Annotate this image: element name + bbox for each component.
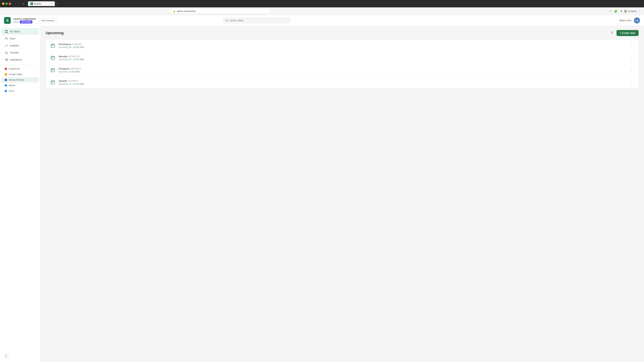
org-name: Lauren's organization [14, 17, 36, 20]
avatar[interactable]: LD [634, 17, 640, 23]
sidebar-item-zoom[interactable]: Zoom [1, 88, 39, 93]
grid-icon [5, 30, 8, 33]
search-icon: 🔍 [226, 19, 228, 22]
event-calendar-icon-2 [50, 55, 56, 61]
browser-chrome: ‹ › ↻ S Events ✕ + [0, 0, 644, 7]
svg-rect-29 [52, 70, 52, 71]
whats-new-link[interactable]: What's new [619, 19, 631, 22]
search-bar: 🔍 [223, 17, 290, 23]
app-header: S Lauren's organization Owner UPGRADE Ne… [0, 15, 644, 26]
main-layout: My Slidos Team Analytics [0, 26, 644, 362]
app-container: S Lauren's organization Owner UPGRADE Ne… [0, 15, 644, 362]
logo: S [4, 17, 11, 24]
sidebar-item-tutorials[interactable]: Tutorials [1, 49, 39, 56]
bookmark-button[interactable]: ☆ [608, 9, 612, 13]
event-date-1: Upcoming: 10 – 13 Oct 2024 [58, 46, 626, 48]
header-actions: + Create slido [610, 30, 639, 36]
powerpoint-icon [5, 68, 7, 70]
svg-rect-15 [51, 44, 55, 47]
svg-rect-3 [7, 30, 8, 31]
team-icon [5, 37, 8, 40]
svg-point-9 [7, 60, 8, 61]
event-info-1: Developers #1480327 Upcoming: 10 – 13 Oc… [58, 43, 626, 48]
sidebar-item-analytics-label: Analytics [10, 44, 19, 47]
svg-rect-24 [52, 58, 52, 58]
svg-point-8 [7, 59, 8, 59]
sidebar-item-webex[interactable]: Webex [1, 83, 39, 88]
event-more-button-3[interactable]: ⋮ [629, 67, 634, 72]
forward-button[interactable]: › [18, 2, 20, 6]
search-input[interactable] [230, 19, 288, 22]
sidebar-item-google-slides-label: Google Slides [9, 73, 22, 76]
maximize-button[interactable] [5, 2, 8, 5]
sidebar-item-powerpoint[interactable]: PowerPoint [1, 66, 39, 71]
lock-icon: 🔒 [173, 10, 176, 12]
filter-icon [610, 31, 614, 34]
sidebar-item-team-label: Team [10, 37, 16, 40]
window-controls [2, 2, 11, 5]
svg-rect-19 [52, 45, 52, 46]
event-info-3: Designers #8664816 Upcoming: 11 Oct 2024 [58, 67, 626, 73]
event-id-1: #1480327 [72, 43, 82, 45]
incognito-icon: 🕵 [624, 10, 627, 12]
sidebar-item-tutorials-label: Tutorials [10, 51, 18, 54]
sidebar-item-zoom-label: Zoom [9, 90, 14, 92]
extensions-button[interactable]: 🧩 [614, 9, 618, 13]
sidebar-item-analytics[interactable]: Analytics [1, 42, 39, 49]
event-calendar-icon-3 [50, 67, 56, 73]
event-id-3: #8664816 [70, 67, 81, 70]
sidebar-item-google-slides[interactable]: Google Slides [1, 72, 39, 77]
sidebar-item-my-slidos[interactable]: My Slidos [1, 28, 39, 35]
filter-button[interactable] [610, 30, 614, 36]
incognito-button[interactable]: 🕵 Incognito [624, 10, 636, 12]
help-button[interactable]: ? [3, 354, 9, 359]
event-more-button-4[interactable]: ⋮ [629, 80, 634, 85]
close-button[interactable] [9, 2, 11, 5]
svg-rect-2 [5, 30, 6, 31]
analytics-icon [5, 44, 8, 47]
reload-button[interactable]: ↻ [21, 2, 25, 6]
tutorials-icon [5, 51, 8, 54]
minimize-button[interactable] [2, 2, 4, 5]
svg-rect-25 [51, 68, 55, 72]
create-slido-button[interactable]: + Create slido [616, 30, 639, 36]
address-bar[interactable]: 🔒 admin.sli.do/events [170, 9, 271, 13]
event-name-2: Moodoy #37867021 [58, 55, 626, 58]
download-button[interactable]: ⬇ [620, 9, 623, 13]
svg-rect-30 [51, 81, 55, 84]
sidebar-item-webex-label: Webex [9, 84, 16, 87]
active-tab[interactable]: S Events ✕ [28, 1, 55, 6]
upgrade-button[interactable]: UPGRADE [20, 20, 32, 23]
event-more-button-1[interactable]: ⋮ [629, 43, 634, 48]
event-calendar-icon-1 [50, 42, 56, 49]
event-id-4: #2329970 [68, 80, 78, 82]
address-text: admin.sli.do/events [177, 10, 196, 12]
sidebar-item-microsoft-teams[interactable]: Microsoft Teams [1, 77, 39, 82]
slido-logo: S [4, 17, 11, 24]
event-more-button-2[interactable]: ⋮ [629, 55, 634, 60]
org-role: Owner [14, 21, 19, 23]
tab-bar: S Events ✕ + [28, 1, 641, 6]
menu-button[interactable]: ⋮ [638, 9, 642, 13]
browser-nav: ‹ › ↻ [14, 2, 25, 6]
svg-point-7 [5, 59, 6, 60]
tab-close-button[interactable]: ✕ [51, 2, 52, 5]
sidebar-divider [3, 64, 38, 65]
svg-rect-34 [52, 82, 52, 83]
page-title: Upcoming [46, 31, 64, 35]
address-bar-row: 🔒 admin.sli.do/events ☆ 🧩 ⬇ 🕵 Incognito … [0, 7, 644, 15]
event-date-4: Upcoming: 11 – 12 Oct 2024 [58, 83, 626, 85]
sidebar-item-microsoft-teams-label: Microsoft Teams [9, 79, 24, 81]
back-button[interactable]: ‹ [14, 2, 16, 6]
svg-line-10 [6, 59, 7, 59]
tab-favicon: S [30, 2, 33, 5]
header-right: What's new LD [619, 17, 640, 23]
new-interface-button[interactable]: New interface [39, 18, 57, 23]
svg-rect-4 [5, 32, 6, 33]
sidebar-item-team[interactable]: Team [1, 35, 39, 42]
new-tab-button[interactable]: + [56, 2, 59, 6]
tab-title: Events [34, 2, 41, 5]
event-item: Moodoy #37867021 Upcoming: 10 – 13 Oct 2… [46, 52, 638, 64]
sidebar-item-integrations[interactable]: Integrations [1, 56, 39, 63]
sidebar-item-my-slidos-label: My Slidos [10, 30, 20, 33]
